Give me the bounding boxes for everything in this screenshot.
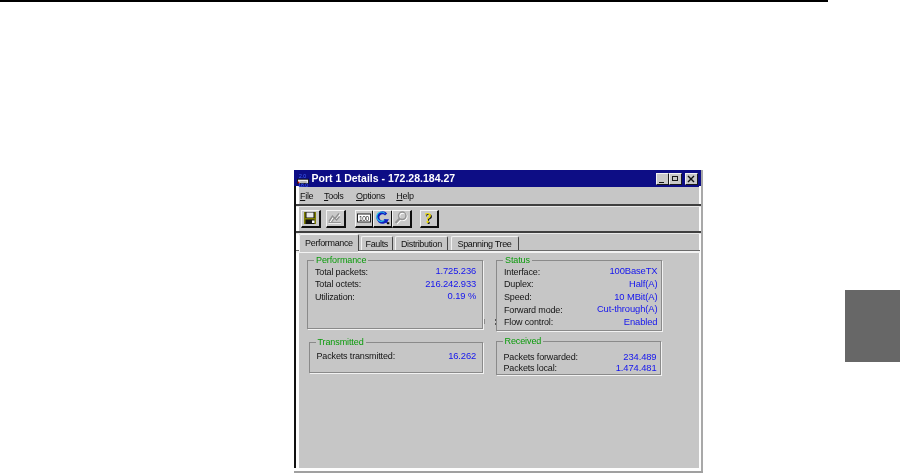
svg-text:2.0: 2.0 bbox=[299, 174, 306, 179]
svg-text:18.0: 18.0 bbox=[298, 182, 308, 187]
svg-text:100: 100 bbox=[359, 214, 369, 221]
svg-text:?: ? bbox=[424, 211, 431, 225]
